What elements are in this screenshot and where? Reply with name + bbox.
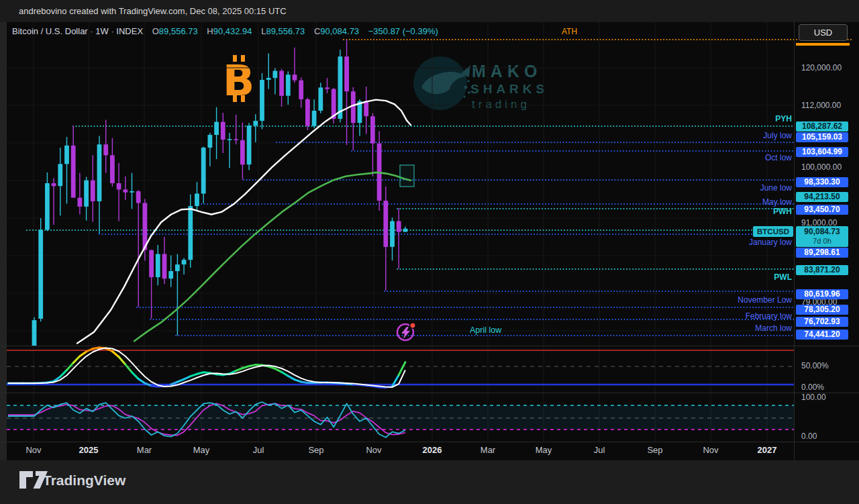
- time-axis-label: Jul: [253, 445, 264, 455]
- close-label: C: [314, 26, 320, 36]
- oscillator2-axis-label: 100.00: [801, 393, 826, 402]
- price-axis-label: 120,000.00: [801, 63, 842, 72]
- time-axis-label: Sep: [647, 445, 662, 455]
- footer-bar: TradingView: [0, 460, 859, 504]
- level-name-pyh: PYH: [678, 114, 792, 123]
- ath-level-label: ATH: [562, 27, 577, 36]
- shark-logo-icon: [407, 52, 471, 114]
- last-price-box: 90,084.73 7d 0h: [796, 226, 848, 247]
- level-name-november-low: November Low: [678, 295, 792, 305]
- price-axis-label: 112,000.00: [801, 101, 841, 110]
- oscillator1-axis-label: 0.00%: [801, 383, 824, 392]
- time-axis-label: Mar: [481, 445, 495, 455]
- level-price-box-oct-low: 103,604.99: [796, 147, 848, 157]
- time-axis-label: Sep: [308, 445, 323, 455]
- currency-toggle-button[interactable]: USD: [799, 24, 848, 41]
- time-axis-label: Jul: [594, 445, 605, 455]
- level-name-pwl: PWL: [678, 272, 792, 282]
- time-axis-label: Nov: [703, 445, 718, 455]
- symbol-price-pill: BTCUSD: [753, 226, 793, 237]
- exchange-label: INDEX: [116, 26, 143, 36]
- level-price-box-november-low: 80,619.96: [796, 289, 848, 299]
- level-name-july-low: July low: [678, 131, 792, 140]
- low-value: 89,556.73: [266, 26, 305, 36]
- interval-label: 1W: [95, 26, 109, 36]
- level-price-box-june-low: 98,330.30: [796, 177, 848, 187]
- level-price-box-pwl: 83,871.20: [796, 265, 848, 275]
- price-axis-border: [794, 22, 795, 460]
- bitcoin-logo-icon: B: [221, 55, 259, 103]
- time-axis-label: 2027: [758, 445, 777, 455]
- price-axis-label: 100,000.00: [801, 162, 842, 172]
- attribution-bar: andrebovino created with TradingView.com…: [0, 0, 859, 22]
- level-price-box-pwh: 93,450.70: [796, 205, 848, 215]
- pane2-separator[interactable]: [0, 393, 859, 393]
- april-low-level-label: April low: [470, 325, 501, 335]
- level-price-box-march-low: 76,702.93: [796, 317, 848, 327]
- time-axis-label: May: [193, 445, 210, 455]
- open-value: 89,556.73: [159, 26, 198, 36]
- time-axis-label: May: [536, 445, 552, 455]
- oscillator1-axis-label: 50.00%: [801, 361, 829, 370]
- high-value: 90,432.94: [213, 26, 252, 36]
- level-name-pwh: PWH: [678, 207, 792, 216]
- change-value: −350.87 (−0.39%): [368, 26, 438, 36]
- level-price-box-july-low: 105,159.03: [796, 132, 848, 142]
- chart-left-frame: [0, 22, 7, 460]
- tradingview-chart-screenshot: andrebovino created with TradingView.com…: [0, 0, 859, 504]
- attribution-text: andrebovino created with TradingView.com…: [19, 6, 287, 16]
- time-axis-label: 2025: [79, 445, 99, 455]
- level-name-june-low: June low: [678, 183, 792, 193]
- level-price-box-may-low: 94,213.50: [796, 192, 848, 202]
- high-label: H: [207, 26, 213, 36]
- time-axis-label: Mar: [137, 445, 152, 455]
- pane1-separator[interactable]: [0, 346, 859, 346]
- watermark-line1: MAKO: [472, 62, 542, 81]
- close-value: 90,084.73: [320, 26, 359, 36]
- level-price-box-january-low: 89,298.61: [796, 248, 848, 258]
- level-price-box-april-low: 74,441.20: [796, 330, 848, 340]
- level-price-box-february-low: 78,305.20: [796, 305, 848, 315]
- level-price-box-pyh: 108,287.62: [796, 121, 848, 132]
- level-name-oct-low: Oct low: [678, 153, 792, 162]
- level-name-january-low: January low: [678, 238, 792, 247]
- open-label: O: [152, 26, 159, 36]
- tradingview-brand-text: TradingView: [43, 472, 125, 489]
- oscillator2-axis-label: 0.00: [801, 432, 817, 441]
- time-axis-label: Nov: [26, 445, 41, 455]
- watermark: MAKO SHARKS trading: [407, 52, 471, 117]
- symbol-ohlc-header[interactable]: Bitcoin / U.S. Dollar · 1W · INDEX O89,5…: [12, 26, 438, 36]
- lightning-marker-icon[interactable]: [395, 320, 419, 347]
- watermark-line2: SHARKS: [470, 82, 548, 97]
- symbol-title: Bitcoin / U.S. Dollar: [12, 26, 88, 36]
- time-axis-label: 2026: [423, 445, 442, 455]
- time-axis-label: Nov: [366, 445, 381, 455]
- time-axis-border: [0, 442, 859, 442]
- level-name-may-low: May low: [678, 197, 792, 207]
- currency-active-underline: [796, 43, 850, 46]
- level-name-march-low: March low: [678, 323, 792, 333]
- watermark-line3: trading: [472, 98, 530, 111]
- bar-countdown: 7d 0h: [796, 237, 848, 246]
- level-name-february-low: February low: [678, 311, 792, 321]
- last-price-value: 90,084.73: [796, 226, 848, 237]
